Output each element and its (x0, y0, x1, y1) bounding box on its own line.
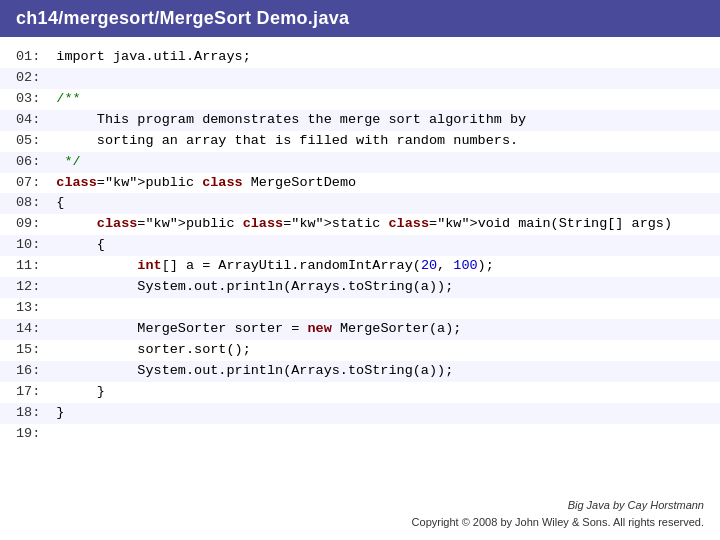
line-code: sorter.sort(); (48, 340, 720, 361)
table-row: 05: sorting an array that is filled with… (0, 131, 720, 152)
table-row: 04: This program demonstrates the merge … (0, 110, 720, 131)
table-row: 07:class="kw">public class MergeSortDemo (0, 173, 720, 194)
line-number: 16: (0, 361, 48, 382)
table-row: 14: MergeSorter sorter = new MergeSorter… (0, 319, 720, 340)
line-code: import java.util.Arrays; (48, 47, 720, 68)
table-row: 12: System.out.println(Arrays.toString(a… (0, 277, 720, 298)
line-code: sorting an array that is filled with ran… (48, 131, 720, 152)
line-number: 11: (0, 256, 48, 277)
code-table: 01:import java.util.Arrays;02:03:/**04: … (0, 47, 720, 445)
table-row: 08:{ (0, 193, 720, 214)
line-number: 04: (0, 110, 48, 131)
line-code: } (48, 403, 720, 424)
line-number: 18: (0, 403, 48, 424)
footer: Big Java by Cay Horstmann Copyright © 20… (412, 497, 704, 530)
line-code: class="kw">public class="kw">static clas… (48, 214, 720, 235)
table-row: 10: { (0, 235, 720, 256)
line-code: /** (48, 89, 720, 110)
line-code: MergeSorter sorter = new MergeSorter(a); (48, 319, 720, 340)
table-row: 09: class="kw">public class="kw">static … (0, 214, 720, 235)
table-row: 19: (0, 424, 720, 445)
footer-line2: Copyright © 2008 by John Wiley & Sons. A… (412, 514, 704, 531)
line-number: 09: (0, 214, 48, 235)
line-code: { (48, 235, 720, 256)
table-row: 16: System.out.println(Arrays.toString(a… (0, 361, 720, 382)
table-row: 11: int[] a = ArrayUtil.randomIntArray(2… (0, 256, 720, 277)
line-number: 19: (0, 424, 48, 445)
line-number: 14: (0, 319, 48, 340)
line-number: 03: (0, 89, 48, 110)
line-number: 15: (0, 340, 48, 361)
line-number: 08: (0, 193, 48, 214)
line-code: System.out.println(Arrays.toString(a)); (48, 277, 720, 298)
page-title: ch14/mergesort/MergeSort Demo.java (0, 0, 720, 37)
line-code: class="kw">public class MergeSortDemo (48, 173, 720, 194)
table-row: 01:import java.util.Arrays; (0, 47, 720, 68)
line-number: 17: (0, 382, 48, 403)
line-number: 01: (0, 47, 48, 68)
table-row: 06: */ (0, 152, 720, 173)
line-number: 13: (0, 298, 48, 319)
line-code: */ (48, 152, 720, 173)
line-code (48, 424, 720, 445)
table-row: 02: (0, 68, 720, 89)
code-area: 01:import java.util.Arrays;02:03:/**04: … (0, 37, 720, 455)
line-number: 12: (0, 277, 48, 298)
table-row: 17: } (0, 382, 720, 403)
line-code (48, 298, 720, 319)
line-code: System.out.println(Arrays.toString(a)); (48, 361, 720, 382)
line-code: { (48, 193, 720, 214)
line-number: 06: (0, 152, 48, 173)
line-code: } (48, 382, 720, 403)
line-code: int[] a = ArrayUtil.randomIntArray(20, 1… (48, 256, 720, 277)
line-number: 10: (0, 235, 48, 256)
footer-line1: Big Java by Cay Horstmann (412, 497, 704, 514)
line-number: 07: (0, 173, 48, 194)
line-code: This program demonstrates the merge sort… (48, 110, 720, 131)
table-row: 18:} (0, 403, 720, 424)
line-code (48, 68, 720, 89)
table-row: 03:/** (0, 89, 720, 110)
table-row: 15: sorter.sort(); (0, 340, 720, 361)
line-number: 05: (0, 131, 48, 152)
line-number: 02: (0, 68, 48, 89)
table-row: 13: (0, 298, 720, 319)
